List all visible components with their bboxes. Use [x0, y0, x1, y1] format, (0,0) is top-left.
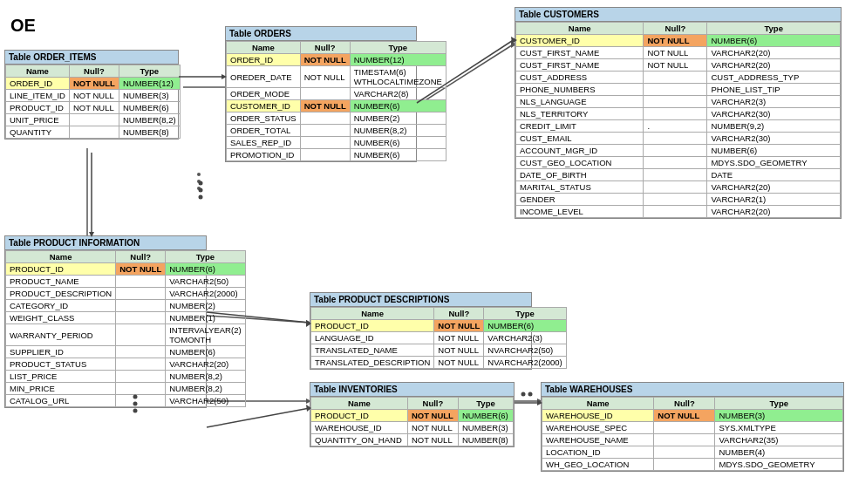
table-row: VARCHAR2(35)	[715, 434, 843, 446]
table-row: DATE_OF_BIRTH	[516, 169, 644, 181]
table-row: PRODUCT_NAME	[6, 276, 116, 288]
svg-point-22	[199, 188, 203, 193]
table-row: MDYS.SDO_GEOMETRY	[707, 157, 841, 169]
table-row: WAREHOUSE_ID	[542, 410, 654, 422]
table-row: NOT NULL	[407, 434, 458, 446]
table-row	[644, 133, 707, 145]
table-row: CUST_ADDRESS_TYP	[707, 72, 841, 84]
table-row	[644, 145, 707, 157]
table-row: NOT NULL	[300, 54, 350, 66]
table-row: INTERVALYEAR(2)TOMONTH	[166, 324, 245, 346]
svg-point-32	[133, 409, 138, 413]
table-row: NOT NULL	[407, 410, 458, 422]
table-row	[300, 112, 350, 125]
table-row: NOT NULL	[116, 263, 166, 276]
table-row	[654, 434, 715, 446]
table-row: WAREHOUSE_NAME	[542, 434, 654, 446]
table-row: NUMBER(8,2)	[166, 383, 245, 395]
table-row: NOT NULL	[407, 422, 458, 434]
table-row	[644, 108, 707, 120]
table-row: NOT NULL	[654, 410, 715, 422]
table-row: SALES_REP_ID	[227, 137, 301, 149]
table-row: QUANTITY_ON_HAND	[311, 434, 408, 446]
table-row: NOT NULL	[434, 332, 484, 344]
table-row: QUANTITY	[6, 126, 70, 139]
table-row	[116, 395, 166, 407]
table-row: NUMBER(1)	[166, 312, 245, 324]
col-header-null: Null?	[654, 398, 715, 410]
table-row: NUMBER(2)	[350, 112, 446, 125]
table-product-information: Table PRODUCT INFORMATION Name Null? Typ…	[4, 235, 207, 408]
table-row: WARRANTY_PERIOD	[6, 324, 116, 346]
table-row: LANGUAGE_ID	[311, 332, 434, 344]
table-row: NUMBER(9,2)	[707, 120, 841, 133]
table-row: NUMBER(6)	[166, 346, 245, 358]
table-row: NUMBER(6)	[350, 137, 446, 149]
table-row: NUMBER(8)	[119, 126, 180, 139]
col-header-type: Type	[166, 251, 245, 263]
table-inventories: Table INVENTORIES Name Null? Type PRODUC…	[310, 382, 515, 447]
table-row	[116, 300, 166, 312]
table-row: NUMBER(3)	[715, 410, 843, 422]
table-row: NUMBER(6)	[459, 410, 514, 422]
table-row	[644, 84, 707, 96]
table-row: NOT NULL	[644, 35, 707, 47]
table-row: NUMBER(6)	[707, 145, 841, 157]
table-row: NLS_TERRITORY	[516, 108, 644, 120]
table-row: INCOME_LEVEL	[516, 206, 644, 218]
table-row: DATE	[707, 169, 841, 181]
table-row: NLS_LANGUAGE	[516, 96, 644, 108]
table-inventories-title: Table INVENTORIES	[310, 383, 514, 397]
table-row: VARCHAR2(30)	[707, 108, 841, 120]
table-order-items-title: Table ORDER_ITEMS	[5, 51, 178, 65]
col-header-null: Null?	[434, 308, 484, 320]
table-row: NVARCHAR2(50)	[484, 344, 566, 357]
table-row: PRODUCT_ID	[6, 102, 70, 114]
table-warehouses-title: Table WAREHOUSES	[542, 383, 843, 397]
col-header-type: Type	[715, 398, 843, 410]
table-row: VARCHAR2(20)	[707, 206, 841, 218]
table-row: PHONE_LIST_TIP	[707, 84, 841, 96]
table-row: VARCHAR2(8)	[350, 88, 446, 100]
table-row: CUST_FIRST_NAME	[516, 47, 644, 59]
table-row: LOCATION_ID	[542, 446, 654, 459]
table-row: MDYS.SDO_GEOMETRY	[715, 459, 843, 471]
table-row	[300, 125, 350, 137]
table-row: CATEGORY_ID	[6, 300, 116, 312]
table-row: VARCHAR2(50)	[166, 395, 245, 407]
table-row: CUSTOMER_ID	[516, 35, 644, 47]
col-header-name: Name	[6, 251, 116, 263]
table-product-descriptions: Table PRODUCT DESCRIPTIONS Name Null? Ty…	[310, 292, 532, 370]
table-row	[300, 88, 350, 100]
table-row	[69, 126, 119, 139]
table-row: TRANSLATED_DESCRIPTION	[311, 357, 434, 369]
table-row: CUSTOMER_ID	[227, 100, 301, 112]
table-row	[644, 169, 707, 181]
svg-line-28	[207, 408, 310, 427]
table-row: ORDER_TOTAL	[227, 125, 301, 137]
table-row	[644, 72, 707, 84]
table-row: ORDER_MODE	[227, 88, 301, 100]
table-customers: Table CUSTOMERS Name Null? Type CUSTOMER…	[515, 7, 842, 219]
table-row: ACCOUNT_MGR_ID	[516, 145, 644, 157]
table-row	[644, 157, 707, 169]
col-header-null: Null?	[644, 23, 707, 35]
table-row	[654, 459, 715, 471]
col-header-type: Type	[484, 308, 566, 320]
table-row: NOT NULL	[644, 59, 707, 72]
table-row	[116, 371, 166, 383]
table-row	[300, 149, 350, 161]
table-row: NOT NULL	[434, 357, 484, 369]
table-row: VARCHAR2(20)	[166, 358, 245, 371]
col-header-type: Type	[350, 42, 446, 54]
table-row: WH_GEO_LOCATION	[542, 459, 654, 471]
table-row: CUST_GEO_LOCATION	[516, 157, 644, 169]
table-row: ORDER_ID	[227, 54, 301, 66]
table-row: NUMBER(12)	[350, 54, 446, 66]
table-warehouses: Table WAREHOUSES Name Null? Type WAREHOU…	[541, 382, 844, 472]
table-row: MARITAL_STATUS	[516, 181, 644, 194]
col-header-type: Type	[119, 65, 180, 78]
table-row: PRODUCT_ID	[311, 320, 434, 332]
col-header-null: Null?	[407, 398, 458, 410]
table-row: WAREHOUSE_SPEC	[542, 422, 654, 434]
